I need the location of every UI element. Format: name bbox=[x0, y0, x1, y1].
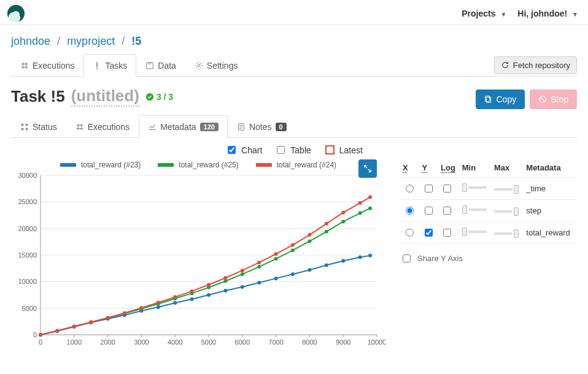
series-point bbox=[341, 259, 345, 263]
fetch-repo-button[interactable]: Fetch repository bbox=[494, 56, 577, 74]
series-point bbox=[223, 279, 227, 283]
series-point bbox=[274, 257, 278, 261]
series-point bbox=[358, 201, 362, 205]
max-slider[interactable] bbox=[494, 185, 519, 194]
x-radio[interactable] bbox=[406, 229, 414, 237]
y-tick-label: 15000 bbox=[18, 251, 37, 259]
tab-data[interactable]: Data bbox=[136, 54, 185, 77]
series-point bbox=[223, 276, 227, 280]
series-point bbox=[308, 233, 311, 237]
min-slider[interactable] bbox=[462, 183, 487, 192]
subtab-metadata[interactable]: Metadata 120 bbox=[139, 115, 228, 138]
tab-executions[interactable]: Executions bbox=[11, 54, 83, 77]
view-chart-label: Chart bbox=[241, 145, 262, 155]
series-point bbox=[308, 239, 311, 243]
log-checkbox[interactable] bbox=[443, 229, 451, 237]
view-chart-checkbox[interactable] bbox=[228, 146, 236, 154]
chart-line-icon bbox=[148, 123, 157, 131]
line-chart: 0500010000150002000025000300000100020003… bbox=[11, 172, 385, 349]
svg-rect-1 bbox=[149, 63, 152, 65]
share-y-checkbox[interactable] bbox=[403, 254, 411, 262]
series-point bbox=[325, 230, 328, 234]
tab-label: Executions bbox=[33, 61, 74, 71]
series-point bbox=[173, 301, 177, 305]
subtab-executions[interactable]: Executions bbox=[66, 115, 139, 138]
series-point bbox=[190, 297, 194, 301]
stop-button[interactable]: Stop bbox=[530, 90, 577, 109]
x-radio[interactable] bbox=[406, 207, 414, 215]
series-point bbox=[207, 293, 211, 297]
x-tick-label: 3000 bbox=[134, 338, 149, 346]
y-tick-label: 30000 bbox=[18, 172, 37, 179]
subtab-label: Metadata bbox=[160, 122, 196, 132]
subtab-status[interactable]: Status bbox=[11, 115, 66, 138]
legend-item[interactable]: total_reward (#24) bbox=[256, 161, 336, 169]
tab-tasks[interactable]: Tasks bbox=[83, 54, 136, 77]
title-main: Task !5 bbox=[11, 87, 65, 106]
exclamation-icon bbox=[93, 61, 101, 70]
subtab-label: Executions bbox=[88, 122, 130, 132]
tab-settings[interactable]: Settings bbox=[185, 54, 247, 77]
legend-label: total_reward (#25) bbox=[179, 161, 238, 169]
table-row: step bbox=[400, 200, 577, 222]
y-checkbox[interactable] bbox=[425, 229, 433, 237]
metadata-name-cell[interactable]: total_reward bbox=[524, 222, 577, 244]
x-tick-label: 5000 bbox=[201, 338, 216, 346]
series-point bbox=[257, 261, 261, 264]
series-point bbox=[157, 301, 160, 305]
max-slider[interactable] bbox=[494, 229, 519, 238]
x-radio[interactable] bbox=[406, 185, 414, 193]
menu-user[interactable]: Hi, johndoe! ▼ bbox=[517, 9, 578, 18]
y-tick-label: 20000 bbox=[18, 225, 37, 232]
col-min: Min bbox=[460, 159, 492, 178]
breadcrumb-user[interactable]: johndoe bbox=[11, 35, 50, 47]
breadcrumb-project[interactable]: myproject bbox=[67, 35, 115, 47]
metadata-count-badge: 120 bbox=[200, 123, 219, 131]
min-slider[interactable] bbox=[462, 205, 487, 214]
grid-icon bbox=[20, 123, 29, 131]
view-chart-toggle[interactable]: Chart bbox=[225, 144, 262, 156]
svg-point-2 bbox=[198, 64, 200, 67]
view-table-checkbox[interactable] bbox=[277, 146, 285, 154]
col-y[interactable]: Y bbox=[420, 159, 439, 178]
y-tick-label: 5000 bbox=[22, 305, 37, 312]
copy-button[interactable]: Copy bbox=[476, 90, 525, 109]
legend-item[interactable]: total_reward (#25) bbox=[158, 161, 238, 169]
max-slider[interactable] bbox=[494, 207, 519, 216]
series-point bbox=[257, 281, 261, 284]
legend-label: total_reward (#23) bbox=[81, 161, 141, 169]
series-point bbox=[325, 263, 328, 267]
metadata-name-cell[interactable]: _time bbox=[524, 178, 577, 200]
expand-chart-button[interactable] bbox=[358, 159, 377, 178]
y-checkbox[interactable] bbox=[425, 185, 433, 193]
series-point bbox=[368, 254, 372, 258]
series-point bbox=[207, 283, 211, 287]
y-checkbox[interactable] bbox=[425, 207, 433, 215]
copy-label: Copy bbox=[497, 94, 517, 104]
series-point bbox=[223, 289, 227, 292]
col-log[interactable]: Log bbox=[438, 159, 460, 178]
view-latest-toggle[interactable]: Latest bbox=[323, 144, 363, 156]
log-checkbox[interactable] bbox=[443, 185, 451, 193]
hash-icon bbox=[75, 123, 84, 131]
col-x[interactable]: X bbox=[400, 159, 420, 178]
metadata-name-cell[interactable]: step bbox=[524, 200, 577, 222]
min-slider[interactable] bbox=[462, 227, 487, 236]
gear-icon bbox=[195, 61, 203, 70]
menu-projects[interactable]: Projects ▼ bbox=[462, 9, 506, 18]
y-tick-label: 25000 bbox=[18, 198, 37, 205]
series-point bbox=[190, 289, 194, 293]
save-icon bbox=[145, 61, 154, 70]
log-checkbox[interactable] bbox=[443, 207, 451, 215]
subtab-notes[interactable]: Notes 0 bbox=[228, 115, 296, 138]
svg-rect-10 bbox=[26, 128, 28, 131]
legend-item[interactable]: total_reward (#23) bbox=[60, 161, 141, 169]
series-point bbox=[308, 268, 311, 272]
x-tick-label: 7000 bbox=[268, 338, 283, 346]
series-point bbox=[257, 265, 261, 269]
view-latest-checkbox[interactable] bbox=[326, 146, 334, 154]
x-tick-label: 8000 bbox=[302, 338, 317, 346]
breadcrumb-task[interactable]: !5 bbox=[131, 35, 141, 47]
view-table-toggle[interactable]: Table bbox=[274, 144, 311, 156]
series-point bbox=[291, 272, 295, 276]
